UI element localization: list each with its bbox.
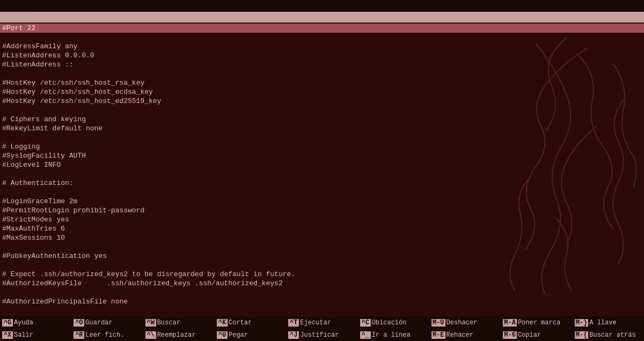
shortcut-label: Copiar bbox=[518, 331, 541, 339]
code-line: # Ciphers and keying bbox=[0, 115, 644, 124]
footer-shortcut[interactable]: ^\Reemplazar bbox=[143, 329, 215, 341]
code-line bbox=[0, 261, 644, 270]
menu-terminal[interactable] bbox=[32, 5, 43, 7]
footer-row-2: ^XSalir^RLeer fich.^\Reemplazar^UPegar^J… bbox=[0, 329, 644, 341]
code-line: #AuthorizedPrincipalsFile none bbox=[0, 297, 644, 306]
shortcut-key: M-U bbox=[431, 319, 445, 327]
footer-shortcut[interactable]: ^KCortar bbox=[215, 316, 286, 329]
footer-shortcut[interactable]: M-ERehacer bbox=[429, 329, 501, 341]
shortcut-key: ^C bbox=[360, 319, 371, 327]
code-line: #LogLevel INFO bbox=[0, 160, 644, 169]
menu-pestanas[interactable] bbox=[43, 5, 54, 7]
shortcut-label: Ayuda bbox=[14, 319, 33, 327]
code-line: #HostKey /etc/ssh/ssh_host_ecdsa_key bbox=[0, 87, 644, 97]
shortcut-label: Ir a línea bbox=[372, 331, 411, 339]
footer-shortcut[interactable]: ^TEjecutar bbox=[286, 316, 357, 329]
code-line bbox=[0, 306, 644, 315]
shortcut-label: Ubicación bbox=[372, 319, 407, 327]
footer-shortcut[interactable]: M-6Copiar bbox=[501, 329, 572, 341]
code-line bbox=[0, 133, 644, 142]
footer-shortcut[interactable]: M-APoner marca bbox=[501, 316, 572, 329]
code-line: # Logging bbox=[0, 142, 644, 151]
code-line bbox=[0, 106, 644, 115]
shortcut-label: Poner marca bbox=[518, 319, 560, 327]
code-line: # Authentication: bbox=[0, 179, 644, 188]
shortcut-key: ^U bbox=[217, 331, 228, 339]
shortcut-label: Rehacer bbox=[447, 331, 473, 339]
shortcut-key: M-} bbox=[575, 319, 589, 327]
shortcut-key: M-6 bbox=[503, 331, 517, 339]
shortcut-label: Ejecutar bbox=[300, 319, 331, 327]
shortcut-label: Deshacer bbox=[447, 319, 478, 327]
code-line bbox=[0, 242, 644, 251]
shortcut-label: Leer fich. bbox=[85, 331, 124, 339]
shortcut-key: M-{ bbox=[575, 331, 589, 339]
shortcut-label: Buscar atrás bbox=[589, 331, 635, 339]
menu-ver[interactable] bbox=[21, 5, 32, 7]
shortcut-label: A llave bbox=[589, 319, 616, 327]
code-line: #ListenAddress 0.0.0.0 bbox=[0, 51, 644, 60]
footer-shortcut[interactable]: ^GAyuda bbox=[0, 316, 71, 329]
shortcut-key: ^K bbox=[217, 319, 228, 327]
code-line: #AddressFamily any bbox=[0, 42, 644, 51]
code-container: #Port 22 #AddressFamily any#ListenAddres… bbox=[0, 24, 644, 316]
code-line: #HostKey /etc/ssh/ssh_host_rsa_key bbox=[0, 78, 644, 87]
footer-shortcut[interactable]: M-}A llave bbox=[573, 316, 644, 329]
shortcut-key: M-E bbox=[431, 331, 445, 339]
shortcut-label: Salir bbox=[14, 331, 33, 339]
footer-shortcut[interactable]: ^RLeer fich. bbox=[71, 329, 143, 341]
shortcut-key: ^X bbox=[2, 331, 13, 339]
shortcut-key: ^\ bbox=[145, 331, 156, 339]
code-line: #MaxSessions 10 bbox=[0, 233, 644, 242]
shortcut-key: ^G bbox=[2, 319, 13, 327]
shortcut-key: ^_ bbox=[360, 331, 371, 339]
shortcut-key: ^O bbox=[74, 319, 84, 327]
code-line: #AuthorizedKeysFile .ssh/authorized_keys… bbox=[0, 279, 644, 288]
shortcut-key: ^W bbox=[145, 319, 156, 327]
footer-shortcut[interactable]: ^_Ir a línea bbox=[358, 329, 429, 341]
shortcut-label: Guardar bbox=[85, 319, 112, 327]
code-line bbox=[0, 33, 644, 42]
shortcut-label: Reemplazar bbox=[157, 331, 196, 339]
menu-ayuda[interactable] bbox=[54, 5, 64, 7]
shortcut-key: ^R bbox=[74, 331, 84, 339]
code-line: #SyslogFacility AUTH bbox=[0, 151, 644, 160]
code-line: # Expect .ssh/authorized_keys2 to be dis… bbox=[0, 270, 644, 279]
footer-row-1: ^GAyuda^OGuardar^WBuscar^KCortar^TEjecut… bbox=[0, 316, 644, 329]
footer-shortcut[interactable]: M-UDeshacer bbox=[429, 316, 501, 329]
shortcut-label: Pegar bbox=[229, 331, 248, 339]
shortcut-key: ^J bbox=[288, 331, 299, 339]
code-line bbox=[0, 169, 644, 179]
code-line bbox=[0, 69, 644, 78]
footer-shortcut[interactable]: ^JJustificar bbox=[286, 329, 357, 341]
code-line: #Port 22 bbox=[0, 24, 644, 33]
code-line: #HostKey /etc/ssh/ssh_host_ed25519_key bbox=[0, 97, 644, 106]
shortcut-key: ^T bbox=[288, 319, 299, 327]
footer-shortcut[interactable]: M-{Buscar atrás bbox=[573, 329, 644, 341]
menu-archivo[interactable] bbox=[0, 5, 11, 7]
code-line: #StrictModes yes bbox=[0, 215, 644, 224]
titlebar bbox=[0, 12, 644, 23]
code-line: #ListenAddress :: bbox=[0, 60, 644, 69]
code-line bbox=[0, 188, 644, 197]
menubar bbox=[0, 0, 644, 12]
shortcut-key: M-A bbox=[503, 319, 517, 327]
code-line bbox=[0, 288, 644, 297]
shortcut-label: Justificar bbox=[300, 331, 339, 339]
editor-area[interactable]: #Port 22 #AddressFamily any#ListenAddres… bbox=[0, 23, 644, 316]
footer: ^GAyuda^OGuardar^WBuscar^KCortar^TEjecut… bbox=[0, 316, 644, 341]
shortcut-label: Cortar bbox=[229, 319, 252, 327]
code-line: #PubkeyAuthentication yes bbox=[0, 251, 644, 261]
shortcut-label: Buscar bbox=[157, 319, 180, 327]
code-line: #LoginGraceTime 2m bbox=[0, 197, 644, 206]
footer-shortcut[interactable]: ^UPegar bbox=[215, 329, 286, 341]
footer-shortcut[interactable]: ^XSalir bbox=[0, 329, 71, 341]
footer-shortcut[interactable]: ^CUbicación bbox=[358, 316, 429, 329]
footer-shortcut[interactable]: ^OGuardar bbox=[71, 316, 143, 329]
menu-editar[interactable] bbox=[11, 5, 21, 7]
code-line: #PermitRootLogin prohibit-password bbox=[0, 206, 644, 215]
code-line: #MaxAuthTries 6 bbox=[0, 224, 644, 233]
code-line: #RekeyLimit default none bbox=[0, 124, 644, 133]
footer-shortcut[interactable]: ^WBuscar bbox=[143, 316, 215, 329]
